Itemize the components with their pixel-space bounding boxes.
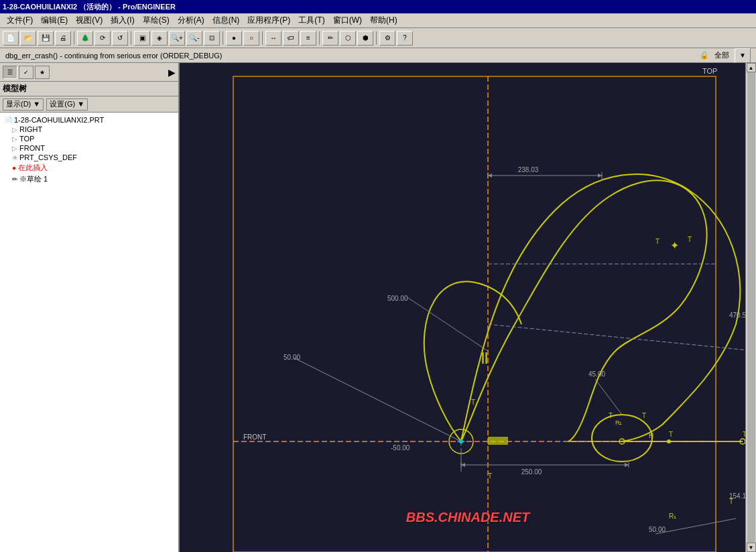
scroll-down-btn[interactable]: ▼ [747, 543, 756, 552]
svg-text:500.00: 500.00 [387, 295, 408, 302]
svg-rect-58 [488, 437, 508, 445]
menu-help[interactable]: 帮助(H) [366, 13, 401, 27]
settings-dropdown[interactable]: 设置(G) ▼ [46, 98, 88, 111]
app-title: 1-28-CAOHUILIANXI2 （活动的） - Pro/ENGINEER [3, 2, 176, 12]
svg-text:R₁: R₁ [669, 512, 676, 520]
layer-btn[interactable]: ≡ [300, 31, 316, 46]
filter-dropdown[interactable]: ▼ [735, 48, 751, 63]
svg-text:R₁: R₁ [615, 419, 623, 426]
menu-info[interactable]: 信息(N) [208, 13, 244, 27]
svg-text:||: || [481, 350, 488, 364]
spin-btn[interactable]: ↺ [112, 31, 128, 46]
panel-icon-check[interactable]: ✓ [19, 66, 34, 79]
menu-analysis[interactable]: 分析(A) [174, 13, 208, 27]
sketch-btn1[interactable]: ✏ [322, 31, 338, 46]
svg-text:T: T [655, 238, 659, 245]
menu-file[interactable]: 文件(F) [3, 13, 37, 27]
panel-icon-tree[interactable]: ☰ [3, 66, 17, 79]
zoom-fit-btn[interactable]: ⊡ [204, 31, 220, 46]
model-tree[interactable]: 📄 1-28-CAOHUILIANXI2.PRT ▷ RIGHT ▷ TOP ▷… [0, 113, 178, 552]
canvas-area[interactable]: TOP RIGHT FRONT [180, 63, 756, 552]
tree-item-insert[interactable]: ● 在此插入 [3, 162, 176, 174]
svg-text:T: T [488, 472, 492, 480]
left-panel: ☰ ✓ ★ ▶ 模型树 显示(D) ▼ 设置(G) ▼ 📄 1-28-CAOHU… [0, 63, 180, 552]
filter-label: 全部 [714, 50, 729, 60]
panel-controls: 显示(D) ▼ 设置(G) ▼ [0, 96, 178, 113]
view-btn2[interactable]: ◈ [151, 31, 168, 46]
menu-edit[interactable]: 编辑(E) [37, 13, 72, 27]
tree-item-front[interactable]: ▷ FRONT [3, 143, 176, 153]
shade-btn[interactable]: ● [226, 31, 242, 46]
panel-icon-star[interactable]: ★ [35, 66, 50, 79]
sketch-btn2[interactable]: ⬡ [340, 31, 356, 46]
menu-tools[interactable]: 工具(T) [294, 13, 328, 27]
scroll-track[interactable] [747, 72, 755, 543]
menu-window[interactable]: 窗口(W) [329, 13, 366, 27]
svg-text:TOP: TOP [702, 67, 717, 75]
dim-btn[interactable]: ↔ [265, 31, 281, 46]
view-btn1[interactable]: ▣ [134, 31, 150, 46]
new-btn[interactable]: 📄 [3, 31, 19, 46]
svg-text:✦: ✦ [670, 240, 679, 251]
annot-btn[interactable]: 🏷 [283, 31, 299, 46]
save-btn[interactable]: 💾 [38, 31, 54, 46]
tree-item-right[interactable]: ▷ RIGHT [3, 125, 176, 134]
lock-icon: 🔒 [700, 51, 709, 60]
menu-bar: 文件(F) 编辑(E) 视图(V) 插入(I) 草绘(S) 分析(A) 信息(N… [0, 13, 756, 28]
zoom-in-btn[interactable]: 🔍+ [169, 31, 185, 46]
menu-app[interactable]: 应用程序(P) [243, 13, 294, 27]
menu-insert[interactable]: 插入(I) [107, 13, 138, 27]
scroll-up-btn[interactable]: ▲ [747, 63, 756, 72]
open-btn[interactable]: 📂 [20, 31, 36, 46]
svg-text:FRONT: FRONT [243, 433, 266, 441]
panel-toolbar: ☰ ✓ ★ ▶ [0, 63, 178, 82]
tree-item-csys[interactable]: ✳ PRT_CSYS_DEF [3, 153, 176, 162]
sketch-btn3[interactable]: ⬢ [357, 31, 373, 46]
svg-text:45.00: 45.00 [588, 370, 605, 378]
svg-point-32 [667, 439, 671, 443]
svg-text:T: T [609, 412, 613, 419]
svg-rect-0 [180, 63, 756, 552]
zoom-out-btn[interactable]: 🔍- [186, 31, 202, 46]
tree-item-root[interactable]: 📄 1-28-CAOHUILIANXI2.PRT [3, 115, 176, 125]
misc-btn1[interactable]: ⚙ [379, 31, 395, 46]
vertical-scrollbar[interactable]: ▲ ▼ [745, 63, 756, 552]
show-dropdown[interactable]: 显示(D) ▼ [3, 98, 44, 111]
svg-text:T: T [642, 412, 646, 419]
tree-item-top[interactable]: ▷ TOP [3, 134, 176, 143]
status-bar: dbg_err_crash() - continuing from seriou… [0, 48, 756, 63]
toolbar: 📄 📂 💾 🖨 🌲 ⟳ ↺ ▣ ◈ 🔍+ 🔍- ⊡ ● ○ ↔ 🏷 ≡ ✏ ⬡ … [0, 28, 756, 48]
misc-btn2[interactable]: ? [397, 31, 413, 46]
svg-text:238.03: 238.03 [518, 166, 539, 174]
wire-btn[interactable]: ○ [243, 31, 259, 46]
svg-text:50.00: 50.00 [284, 354, 300, 361]
orient-btn[interactable]: ⟳ [94, 31, 111, 46]
menu-view[interactable]: 视图(V) [72, 13, 107, 27]
panel-close-btn[interactable]: ▶ [168, 67, 176, 78]
tree-btn[interactable]: 🌲 [77, 31, 93, 46]
svg-text:T: T [688, 236, 692, 243]
svg-text:T: T [471, 399, 475, 406]
svg-text:250.00: 250.00 [521, 468, 542, 476]
main-area: ☰ ✓ ★ ▶ 模型树 显示(D) ▼ 设置(G) ▼ 📄 1-28-CAOHU… [0, 63, 756, 552]
tree-item-sketch[interactable]: ✏ ※草绘 1 [3, 174, 176, 185]
status-message: dbg_err_crash() - continuing from seriou… [5, 52, 222, 60]
svg-text:-50.00: -50.00 [391, 444, 410, 452]
menu-sketch[interactable]: 草绘(S) [139, 13, 174, 27]
panel-title: 模型树 [0, 82, 178, 96]
print-btn[interactable]: 🖨 [55, 31, 71, 46]
svg-text:H: H [649, 432, 653, 439]
cad-svg: TOP RIGHT FRONT [180, 63, 756, 552]
title-bar: 1-28-CAOHUILIANXI2 （活动的） - Pro/ENGINEER [0, 0, 756, 13]
svg-text:T: T [669, 431, 673, 438]
